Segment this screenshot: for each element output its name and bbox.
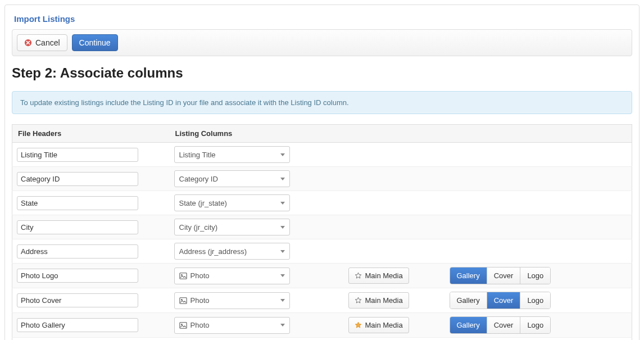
media-type-cover[interactable]: Cover (487, 268, 521, 284)
listing-column-select[interactable]: Listing Title (174, 146, 290, 163)
listing-column-select[interactable]: Category ID (174, 170, 290, 187)
continue-button[interactable]: Continue (72, 34, 118, 51)
chevron-down-icon (280, 226, 285, 229)
table-row: City (jr_city) (12, 215, 632, 239)
star-icon (355, 272, 362, 279)
table-row: PhotoMain MediaGalleryCoverLogo (12, 288, 632, 313)
media-type-segment: GalleryCoverLogo (450, 267, 551, 284)
table-row: Listing Title (12, 143, 632, 167)
star-icon (355, 321, 362, 329)
page-title[interactable]: Import Listings (14, 14, 632, 24)
table-row: PhotoMain MediaGalleryCoverLogo (12, 264, 632, 288)
svg-rect-1 (179, 273, 186, 279)
star-icon (355, 297, 362, 304)
listing-column-select[interactable]: State (jr_state) (174, 194, 290, 211)
main-media-label: Main Media (365, 321, 403, 329)
file-header-input[interactable] (17, 318, 138, 332)
chevron-down-icon (280, 324, 285, 327)
chevron-down-icon (280, 178, 285, 180)
th-media (344, 125, 445, 143)
file-header-input[interactable] (17, 244, 138, 259)
listing-column-label: State (jr_state) (179, 199, 277, 207)
svg-point-2 (181, 274, 182, 275)
info-alert: To update existing listings include the … (12, 91, 632, 114)
listing-column-label: Category ID (179, 175, 277, 183)
chevron-down-icon (280, 250, 285, 253)
listing-column-label: Photo (191, 271, 277, 280)
file-header-input[interactable] (17, 196, 138, 210)
cancel-button[interactable]: Cancel (17, 34, 67, 51)
media-type-segment: GalleryCoverLogo (450, 292, 551, 309)
listing-column-select[interactable]: City (jr_city) (174, 219, 290, 235)
image-icon (179, 321, 187, 329)
media-type-segment: GalleryCoverLogo (450, 316, 551, 334)
listing-column-label: Photo (191, 321, 277, 329)
listing-column-label: Address (jr_address) (179, 247, 277, 256)
media-type-gallery[interactable]: Gallery (450, 292, 487, 309)
table-row: State (jr_state) (12, 191, 632, 215)
image-icon (179, 272, 187, 280)
th-listing-columns: Listing Columns (170, 125, 344, 143)
cancel-label: Cancel (35, 38, 60, 47)
media-type-cover[interactable]: Cover (487, 317, 521, 333)
listing-column-label: City (jr_city) (179, 223, 277, 232)
step-heading: Step 2: Associate columns (12, 65, 632, 81)
media-type-gallery[interactable]: Gallery (450, 268, 487, 284)
chevron-down-icon (280, 202, 285, 205)
main-media-label: Main Media (365, 271, 403, 280)
main-media-toggle[interactable]: Main Media (348, 268, 409, 284)
file-header-input[interactable] (17, 172, 138, 186)
listing-column-select[interactable]: Address (jr_address) (174, 243, 290, 260)
main-media-toggle[interactable]: Main Media (348, 292, 409, 309)
svg-point-6 (181, 324, 182, 325)
th-type (445, 125, 632, 143)
file-header-input[interactable] (17, 220, 138, 234)
listing-column-select[interactable]: Photo (174, 317, 290, 334)
table-row: Category ID (12, 167, 632, 191)
continue-label: Continue (79, 38, 111, 47)
file-header-input[interactable] (17, 293, 138, 307)
associate-table: File Headers Listing Columns Listing Tit… (12, 124, 632, 340)
image-icon (179, 297, 187, 305)
media-type-cover[interactable]: Cover (487, 292, 521, 309)
listing-column-select[interactable]: Photo (174, 268, 290, 284)
chevron-down-icon (280, 299, 285, 302)
chevron-down-icon (280, 274, 285, 277)
listing-column-select[interactable]: Photo (174, 292, 290, 309)
svg-rect-5 (179, 322, 186, 328)
media-type-logo[interactable]: Logo (520, 268, 550, 284)
media-type-logo[interactable]: Logo (520, 317, 550, 333)
main-media-toggle[interactable]: Main Media (348, 317, 409, 333)
svg-point-4 (181, 299, 182, 300)
listing-column-label: Photo (191, 296, 277, 305)
toolbar: Cancel Continue (12, 29, 632, 56)
th-file-headers: File Headers (12, 125, 170, 143)
table-row: Address (jr_address) (12, 239, 632, 264)
cancel-icon (24, 39, 32, 47)
main-media-label: Main Media (365, 296, 403, 305)
file-header-input[interactable] (17, 148, 138, 162)
media-type-logo[interactable]: Logo (520, 292, 550, 309)
chevron-down-icon (280, 153, 285, 156)
file-header-input[interactable] (17, 269, 138, 283)
listing-column-label: Listing Title (179, 151, 277, 159)
media-type-gallery[interactable]: Gallery (450, 317, 487, 333)
table-row: Video Embed: YouTube, …Main Media (12, 338, 632, 341)
svg-rect-3 (179, 297, 186, 303)
table-row: PhotoMain MediaGalleryCoverLogo (12, 313, 632, 338)
